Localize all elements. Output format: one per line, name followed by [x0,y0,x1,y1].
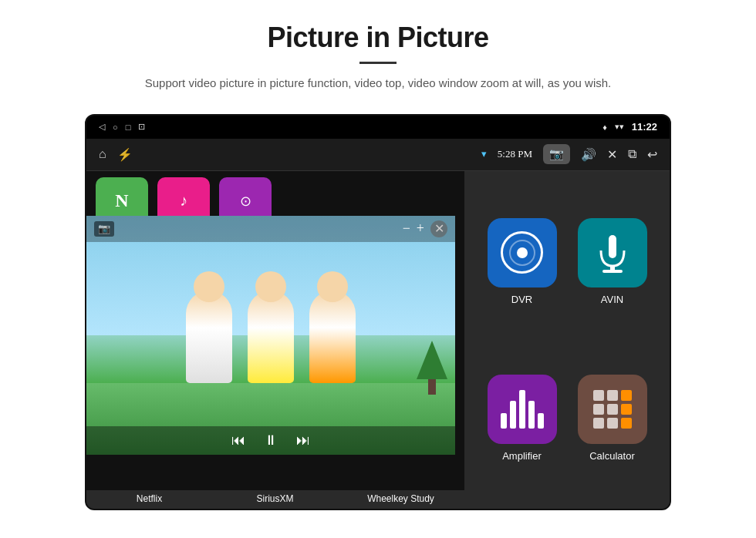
siriusxm-icon: ♪ [180,192,187,210]
svg-rect-0 [609,235,616,258]
signal-icon: ▾▾ [615,122,624,132]
toolbar-left: ⌂ ⚡ [99,147,133,162]
app-label-netflix: Netflix [86,493,212,504]
home-icon[interactable]: ⌂ [99,147,106,161]
amplifier-label: Amplifier [502,450,542,462]
pip-close-button[interactable]: ✕ [430,220,447,237]
toolbar-time: 5:28 PM [498,148,532,160]
app-cell-calculator[interactable]: Calculator [567,340,657,496]
pip-resize-controls: − + ✕ [403,220,447,237]
recents-nav-icon[interactable]: □ [126,123,131,132]
pip-icon[interactable]: ⧉ [628,147,636,161]
dvr-label: DVR [511,294,532,305]
cast-nav-icon[interactable]: ⊡ [138,122,145,132]
wheelkey-icon: ⊙ [240,193,251,210]
camera-button[interactable]: 📷 [543,144,570,164]
pip-video[interactable]: 📷 − + ✕ ⏮ ⏸ ⏭ [86,216,455,455]
avin-label: AVIN [601,294,623,305]
calculator-label: Calculator [589,450,635,462]
volume-icon[interactable]: 🔊 [581,147,596,162]
app-content: N ♪ ⊙ [86,171,670,509]
pip-media-controls[interactable]: ⏮ ⏸ ⏭ [86,426,455,455]
status-bar-right: ♦ ▾▾ 11:22 [602,121,657,133]
location-icon: ♦ [602,123,607,132]
video-area: N ♪ ⊙ [86,171,464,509]
status-time: 11:22 [632,121,657,133]
back-nav-icon[interactable]: ◁ [99,122,105,132]
app-cell-avin[interactable]: AVIN [567,183,657,340]
avin-icon [578,218,647,287]
header-section: Picture in Picture Support video picture… [0,0,756,106]
pip-camera-icon: 📷 [94,221,114,237]
status-bar-left: ◁ ○ □ ⊡ [99,122,145,132]
play-pause-button[interactable]: ⏸ [264,432,278,449]
app-toolbar: ⌂ ⚡ ▾ 5:28 PM 📷 🔊 ✕ ⧉ ↩ [86,139,670,171]
netflix-icon: N [115,190,128,211]
app-label-siriusxm: SiriusXM [212,493,338,504]
toolbar-center: ▾ 5:28 PM 📷 🔊 ✕ ⧉ ↩ [481,144,657,164]
device-frame: ◁ ○ □ ⊡ ♦ ▾▾ 11:22 ⌂ ⚡ ▾ 5:28 PM 📷 🔊 ✕ ⧉… [85,114,671,510]
pip-grow-button[interactable]: + [417,220,424,237]
app-grid: DVR AVIN [464,171,670,509]
pip-shrink-button[interactable]: − [403,220,410,237]
back-icon[interactable]: ↩ [647,147,657,162]
pip-overlay-controls: 📷 − + ✕ [86,216,455,242]
wifi-icon: ▾ [481,148,487,160]
dvr-icon [488,218,557,287]
svg-rect-2 [602,270,623,273]
home-nav-icon[interactable]: ○ [113,123,118,132]
app-label-wheelkey: Wheelkey Study [338,493,464,504]
app-labels-row: Netflix SiriusXM Wheelkey Study [86,490,464,509]
rewind-button[interactable]: ⏮ [231,432,245,449]
amplifier-icon [488,375,557,444]
status-bar: ◁ ○ □ ⊡ ♦ ▾▾ 11:22 [86,116,670,139]
usb-icon[interactable]: ⚡ [117,147,133,162]
page-title: Picture in Picture [31,22,725,54]
calculator-icon [578,375,647,444]
forward-button[interactable]: ⏭ [296,432,310,449]
app-cell-amplifier[interactable]: Amplifier [477,340,567,496]
app-cell-dvr[interactable]: DVR [477,183,567,340]
subtitle-text: Support video picture in picture functio… [108,75,648,92]
close-pip-icon[interactable]: ✕ [607,147,617,162]
title-divider [359,62,397,64]
